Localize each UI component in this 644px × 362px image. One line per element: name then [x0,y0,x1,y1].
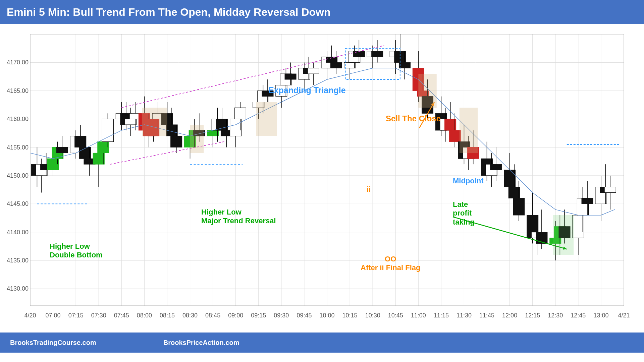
chart-canvas [0,24,644,333]
page-footer: BrooksTradingCourse.com BrooksPriceActio… [0,333,644,353]
header-title: Emini 5 Min: Bull Trend From The Open, M… [7,6,330,18]
annotation-higher-low-major: Higher LowMajor Trend Reversal [201,208,276,226]
footer-left: BrooksTradingCourse.com [10,339,96,347]
annotation-late-profit: Lateprofittaking [453,200,475,227]
annotation-ii: ii [367,185,371,194]
annotation-oo: OOAfter ii Final Flag [361,255,420,273]
main-content: Higher LowDouble Bottom Higher LowMajor … [0,24,644,353]
annotation-expanding-triangle: Expanding Triangle [268,85,346,95]
header-title-bold: Emini 5 Min: [7,6,70,18]
header-title-rest: Bull Trend From The Open, Midday Reversa… [70,6,330,18]
annotation-higher-low-double-bottom: Higher LowDouble Bottom [50,242,103,260]
page-header: Emini 5 Min: Bull Trend From The Open, M… [0,0,644,24]
footer-right: BrooksPriceAction.com [163,339,239,347]
annotation-midpoint: Midpoint [453,177,484,185]
annotation-sell-the-close: Sell The Close [386,114,441,124]
